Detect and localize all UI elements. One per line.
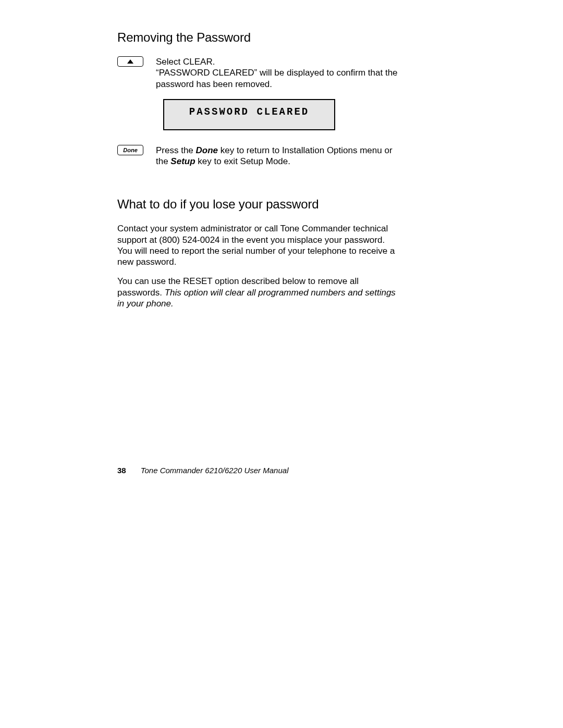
lcd-display: PASSWORD CLEARED — [163, 99, 335, 130]
step2-suffix: key to exit Setup Mode. — [195, 156, 290, 166]
step1-line2: “PASSWORD CLEARED” will be displayed to … — [156, 68, 398, 89]
step-row-select-clear: Select CLEAR. “PASSWORD CLEARED” will be… — [117, 56, 401, 90]
page-number: 38 — [117, 466, 126, 475]
step2-prefix: Press the — [156, 145, 196, 155]
manual-title: Tone Commander 6210/6220 User Manual — [141, 466, 289, 475]
step-row-done: Done Press the Done key to return to Ins… — [117, 145, 401, 167]
up-arrow-key-icon — [117, 56, 143, 67]
lcd-text: PASSWORD CLEARED — [189, 106, 309, 118]
done-key-label: Done — [123, 147, 138, 153]
step2-key-done: Done — [196, 145, 218, 155]
step-text-done: Press the Done key to return to Installa… — [156, 145, 401, 167]
manual-page: Removing the Password Select CLEAR. “PAS… — [117, 30, 401, 309]
svg-marker-0 — [127, 59, 133, 64]
section-lost-password: What to do if you lose your password Con… — [117, 197, 401, 309]
step2-key-setup: Setup — [170, 156, 195, 166]
done-key-icon: Done — [117, 145, 143, 155]
step-text-select-clear: Select CLEAR. “PASSWORD CLEARED” will be… — [156, 56, 401, 90]
heading-lost-password: What to do if you lose your password — [117, 197, 401, 212]
para-contact-support: Contact your system administrator or cal… — [117, 223, 401, 267]
para-reset-option: You can use the RESET option described b… — [117, 276, 401, 309]
heading-removing-password: Removing the Password — [117, 30, 401, 45]
step1-line1: Select CLEAR. — [156, 57, 215, 67]
page-footer: 38Tone Commander 6210/6220 User Manual — [117, 466, 288, 475]
